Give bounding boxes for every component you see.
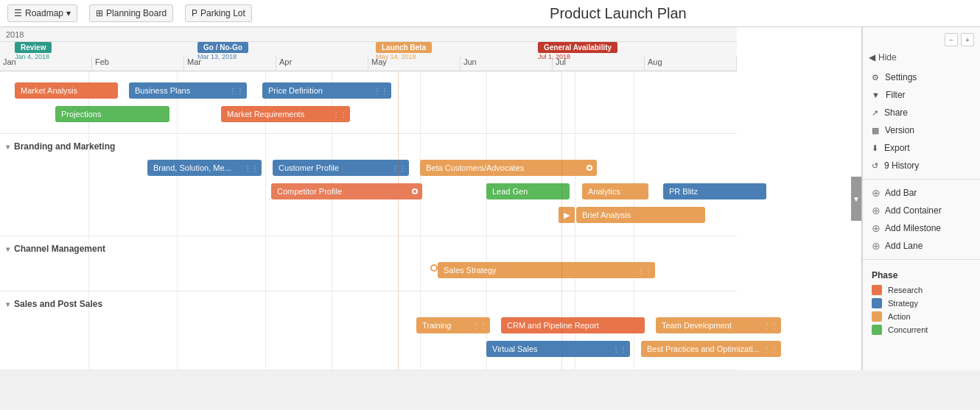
main-area: 2018 Review Jan 4, 2018 Go / No-Go [0, 27, 980, 370]
bar-row-2: Projections Market Requirements ⋮⋮ [0, 104, 737, 124]
export-menu-item[interactable]: ⬇ Export [863, 139, 980, 157]
circle-indicator [412, 188, 418, 194]
section-toggle-branding[interactable]: ▾ [6, 143, 10, 151]
bars-area-sales: Training ⋮⋮ CRM and Pipeline Report Team… [0, 312, 737, 365]
minimize-button[interactable]: − [945, 33, 958, 46]
page-title: Product Launch Plan [264, 5, 973, 22]
add-container-button[interactable]: ⊕ Add Container [863, 202, 980, 219]
drag-handle: ⋮⋮ [612, 345, 627, 353]
section-toggle-sales[interactable]: ▾ [6, 300, 10, 308]
month-feb: Feb [92, 56, 184, 71]
gantt-scroll[interactable]: 2018 Review Jan 4, 2018 Go / No-Go [0, 27, 861, 370]
add-milestone-icon: ⊕ [872, 222, 881, 234]
bar-analytics[interactable]: Analytics [582, 183, 648, 199]
phase-research: Research [872, 285, 971, 295]
expand-button[interactable]: + [961, 33, 974, 46]
drag-handle: ⋮⋮ [374, 87, 388, 95]
drag-handle: ⋮⋮ [472, 322, 487, 330]
gantt-header: 2018 Review Jan 4, 2018 Go / No-Go [0, 27, 737, 71]
right-sidebar: − + ◀ Hide ⚙ Settings ▼ Filter ↗ Share [862, 27, 980, 370]
roadmap-icon: ☰ [14, 8, 22, 18]
bar-best-practices[interactable]: Best Practices and Optimizati... ⋮⋮ [641, 341, 781, 357]
month-may: May [368, 56, 461, 71]
bar-brief-analysis[interactable]: Brief Analysis [576, 207, 705, 223]
sidebar-menu: ⚙ Settings ▼ Filter ↗ Share ▦ Version ⬇ [863, 68, 980, 174]
section-header-channel: ▾ Channel Management [0, 241, 737, 257]
section-sales: ▾ Sales and Post Sales Training ⋮⋮ [0, 291, 737, 370]
phase-research-color [872, 285, 882, 295]
phase-action: Action [872, 311, 971, 322]
gantt-content: Market Analysis Business Plans ⋮⋮ Price … [0, 71, 737, 370]
bar-business-plans[interactable]: Business Plans ⋮⋮ [129, 82, 247, 99]
drag-handle: ⋮⋮ [391, 164, 406, 172]
parking-lot-button[interactable]: P Parking Lot [185, 4, 252, 22]
planning-icon: ⊞ [96, 8, 103, 18]
version-menu-item[interactable]: ▦ Version [863, 121, 980, 139]
planning-board-button[interactable]: ⊞ Planning Board [89, 4, 173, 22]
phase-strategy-color [872, 298, 882, 308]
bars-area-channel: Sales Strategy ⋮⋮ [0, 257, 737, 286]
bar-brand-solution[interactable]: Brand, Solution, Me... ⋮⋮ [147, 160, 262, 176]
version-icon: ▦ [872, 126, 879, 135]
bar-market-analysis[interactable]: Market Analysis [15, 82, 118, 99]
phase-legend: Phase Research Strategy Action Concurren… [863, 264, 980, 344]
dropdown-icon: ▾ [66, 8, 71, 18]
bar-pr-blitz[interactable]: PR Blitz [663, 183, 766, 199]
bar-price-definition[interactable]: Price Definition ⋮⋮ [262, 82, 391, 99]
bars-area-branding: Brand, Solution, Me... ⋮⋮ Customer Profi… [0, 155, 737, 231]
section-header-sales: ▾ Sales and Post Sales [0, 296, 737, 312]
sidebar-add-items: ⊕ Add Bar ⊕ Add Container ⊕ Add Mileston… [863, 184, 980, 255]
bar-team-development[interactable]: Team Development ⋮⋮ [656, 317, 781, 333]
month-jun: Jun [461, 56, 553, 71]
bar-customer-profile[interactable]: Customer Profile ⋮⋮ [273, 160, 409, 176]
share-menu-item[interactable]: ↗ Share [863, 104, 980, 121]
gantt-full: 2018 Review Jan 4, 2018 Go / No-Go [0, 27, 737, 370]
phase-strategy: Strategy [872, 298, 971, 308]
settings-menu-item[interactable]: ⚙ Settings [863, 68, 980, 86]
section-title-sales: Sales and Post Sales [14, 299, 102, 309]
drag-handle: ⋮⋮ [763, 345, 778, 353]
hide-button[interactable]: ◀ Hide [863, 52, 980, 68]
add-lane-button[interactable]: ⊕ Add Lane [863, 237, 980, 255]
drag-handle: ⋮⋮ [229, 87, 244, 95]
bar-sales-strategy[interactable]: Sales Strategy ⋮⋮ [438, 262, 655, 278]
drag-handle: ⋮⋮ [637, 266, 652, 275]
filter-menu-item[interactable]: ▼ Filter [863, 86, 980, 104]
circle-indicator [587, 165, 592, 171]
milestone-vline-ga [561, 71, 562, 370]
month-apr: Apr [276, 56, 368, 71]
bar-crm-pipeline[interactable]: CRM and Pipeline Report [501, 317, 645, 333]
section-title-branding: Branding and Marketing [14, 141, 115, 152]
bar-training[interactable]: Training ⋮⋮ [416, 317, 490, 333]
app-container: ☰ Roadmap ▾ ⊞ Planning Board P Parking L… [0, 0, 980, 370]
bar-row-channel-1: Sales Strategy ⋮⋮ [0, 260, 737, 280]
top-bar: ☰ Roadmap ▾ ⊞ Planning Board P Parking L… [0, 0, 980, 27]
bar-competitor-profile[interactable]: Competitor Profile [271, 183, 422, 199]
drag-handle: ⋮⋮ [332, 110, 347, 119]
phase-legend-title: Phase [872, 270, 971, 280]
history-menu-item[interactable]: ↺ 9 History [863, 157, 980, 174]
drag-handle: ⋮⋮ [763, 322, 778, 330]
bar-row-branding-2: Competitor Profile Lead Gen Analytics [0, 181, 737, 202]
section-title-channel: Channel Management [14, 244, 105, 254]
bar-lead-gen[interactable]: Lead Gen [486, 183, 570, 199]
section-toggle-channel[interactable]: ▾ [6, 245, 10, 253]
month-aug: Aug [645, 56, 737, 71]
bar-row-sales-2: Virtual Sales ⋮⋮ Best Practices and Opti… [0, 339, 737, 359]
bar-market-requirements[interactable]: Market Requirements ⋮⋮ [221, 106, 350, 122]
section-top: Market Analysis Business Plans ⋮⋮ Price … [0, 71, 737, 134]
section-header-branding: ▾ Branding and Marketing [0, 138, 737, 155]
scroll-down-arrow[interactable]: ▼ [851, 177, 861, 221]
month-mar: Mar [184, 56, 276, 71]
month-row: Jan Feb Mar Apr May Jun Jul Aug [0, 56, 737, 71]
add-bar-button[interactable]: ⊕ Add Bar [863, 184, 980, 202]
bar-row-sales-1: Training ⋮⋮ CRM and Pipeline Report Team… [0, 315, 737, 336]
bar-beta-customers[interactable]: Beta Customers/Advocates [420, 160, 597, 176]
phase-concurrent: Concurrent [872, 325, 971, 335]
history-icon: ↺ [872, 161, 878, 171]
roadmap-button[interactable]: ☰ Roadmap ▾ [7, 4, 77, 22]
section-branding: ▾ Branding and Marketing Brand, Solution… [0, 134, 737, 236]
bar-virtual-sales[interactable]: Virtual Sales ⋮⋮ [486, 341, 630, 357]
bar-projections[interactable]: Projections [55, 106, 169, 122]
add-milestone-button[interactable]: ⊕ Add Milestone [863, 219, 980, 237]
